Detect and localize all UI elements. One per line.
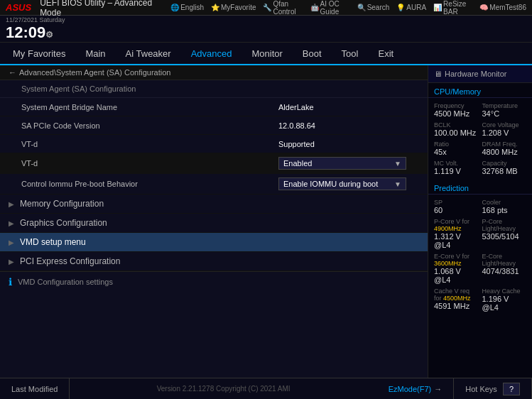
breadcrumb: ← Advanced\System Agent (SA) Configurati… bbox=[0, 65, 428, 80]
expand-vmd-label: VMD setup menu bbox=[20, 237, 86, 247]
hw-cpu-memory-grid: Frequency 4500 MHz Temperature 34°C BCLK… bbox=[428, 98, 532, 180]
config-row-pcie-version: SA PCIe Code Version 12.0.88.64 bbox=[0, 116, 428, 135]
hw-cooler-cell: Cooler 168 pts bbox=[481, 197, 528, 216]
nav-tool[interactable]: Tool bbox=[332, 43, 369, 65]
expand-arrow-icon: ▶ bbox=[9, 258, 14, 266]
time-display: 12:09⚙ bbox=[6, 23, 65, 42]
datetime: 11/27/2021 Saturday 12:09⚙ bbox=[6, 16, 65, 42]
info-text: VMD Configuration settings bbox=[18, 278, 113, 286]
expand-pci-label: PCI Express Configuration bbox=[20, 256, 120, 266]
status-bar: Last Modified Version 2.21.1278 Copyrigh… bbox=[0, 378, 532, 399]
hw-temperature-cell: Temperature 34°C bbox=[481, 101, 528, 119]
hw-core-voltage-cell: Core Voltage 1.208 V bbox=[481, 120, 528, 138]
main-panel: ← Advanced\System Agent (SA) Configurati… bbox=[0, 65, 428, 378]
hw-monitor-panel: 🖥 Hardware Monitor CPU/Memory Frequency … bbox=[428, 65, 532, 378]
vtd-dropdown[interactable]: Enabled ▼ bbox=[278, 157, 406, 170]
nav-my-favorites[interactable]: My Favorites bbox=[3, 43, 75, 65]
info-row: ℹ VMD Configuration settings bbox=[0, 271, 428, 292]
iommu-dropdown[interactable]: Enable IOMMU during boot ▼ bbox=[278, 177, 406, 190]
nav-main[interactable]: Main bbox=[75, 43, 115, 65]
iommu-dropdown-arrow-icon: ▼ bbox=[394, 180, 401, 188]
aioc-icon[interactable]: 🤖 AI OC Guide bbox=[310, 0, 350, 16]
app-title: UEFI BIOS Utility – Advanced Mode bbox=[40, 0, 165, 18]
search-icon[interactable]: 🔍 Search bbox=[357, 4, 390, 11]
expand-arrow-icon: ▶ bbox=[9, 219, 14, 227]
vtd-dropdown-value: Enabled bbox=[283, 159, 312, 168]
ezmode-button[interactable]: EzMode(F7) → bbox=[377, 378, 455, 399]
aura-icon[interactable]: 💡 AURA bbox=[396, 4, 426, 11]
config-row-bridge-name: System Agent Bridge Name AlderLake bbox=[0, 98, 428, 116]
hw-prediction-grid: SP 60 Cooler 168 pts P-Core V for4900MHz… bbox=[428, 195, 532, 316]
copyright-text: Version 2.21.1278 Copyright (C) 2021 AMI bbox=[70, 385, 376, 393]
vtd-label: VT-d bbox=[21, 159, 278, 168]
hw-heavy-cache-cell: Heavy Cache 1.196 V @L4 bbox=[481, 286, 528, 313]
date-display: 11/27/2021 Saturday bbox=[6, 16, 65, 23]
config-row-iommu: Control Iommu Pre-boot Behavior Enable I… bbox=[0, 174, 428, 195]
monitor-icon: 🖥 bbox=[434, 70, 442, 78]
english-icon[interactable]: 🌐 English bbox=[170, 4, 204, 11]
hw-bclk-cell: BCLK 100.00 MHz bbox=[433, 120, 480, 138]
iommu-dropdown-value: Enable IOMMU during boot bbox=[283, 180, 378, 188]
top-bar: ASUS UEFI BIOS Utility – Advanced Mode 🌐… bbox=[0, 0, 532, 16]
content-area: ← Advanced\System Agent (SA) Configurati… bbox=[0, 65, 532, 378]
pcie-version-label: SA PCIe Code Version bbox=[21, 121, 278, 130]
hw-monitor-title: 🖥 Hardware Monitor bbox=[428, 65, 532, 83]
bridge-name-value: AlderLake bbox=[278, 103, 406, 111]
hotkeys-key: ? bbox=[503, 383, 520, 395]
hw-pcore-lh-cell: P-Core Light/Heavy 5305/5104 bbox=[481, 217, 528, 251]
hw-ecore-lh-cell: E-Core Light/Heavy 4074/3831 bbox=[481, 251, 528, 285]
ezmode-label: EzMode(F7) bbox=[389, 385, 432, 393]
nav-exit[interactable]: Exit bbox=[368, 43, 403, 65]
nav-ai-tweaker[interactable]: Ai Tweaker bbox=[116, 43, 181, 65]
memtest-icon[interactable]: 🧠 MemTest86 bbox=[479, 4, 526, 11]
nav-monitor[interactable]: Monitor bbox=[242, 43, 293, 65]
expand-arrow-icon: ▶ bbox=[9, 200, 14, 208]
main-nav: My Favorites Main Ai Tweaker Advanced Mo… bbox=[0, 43, 532, 65]
breadcrumb-path: Advanced\System Agent (SA) Configuration bbox=[19, 68, 170, 77]
hotkeys-label: Hot Keys bbox=[465, 385, 497, 393]
hw-prediction-title: Prediction bbox=[428, 180, 532, 195]
hw-cache-v-cell: Cache V reqfor 4500MHz 4591 MHz bbox=[433, 286, 480, 313]
hw-mc-volt-cell: MC Volt. 1.119 V bbox=[433, 158, 480, 177]
breadcrumb-arrow-icon: ← bbox=[9, 68, 16, 77]
config-row-vtd: VT-d Enabled ▼ bbox=[0, 153, 428, 174]
hw-capacity-cell: Capacity 32768 MB bbox=[481, 158, 528, 177]
last-modified-button[interactable]: Last Modified bbox=[0, 378, 70, 399]
nav-advanced[interactable]: Advanced bbox=[181, 43, 242, 65]
top-icons: 🌐 English ⭐ MyFavorite 🔧 Qfan Control 🤖 … bbox=[170, 0, 526, 16]
vtd-supported-label: VT-d bbox=[21, 140, 278, 148]
iommu-label: Control Iommu Pre-boot Behavior bbox=[21, 180, 278, 188]
datetime-bar: 11/27/2021 Saturday 12:09⚙ bbox=[0, 16, 532, 43]
expand-pci-express[interactable]: ▶ PCI Express Configuration bbox=[0, 252, 428, 271]
hotkeys-button[interactable]: Hot Keys ? bbox=[454, 378, 532, 399]
config-section-header: System Agent (SA) Configuration bbox=[0, 80, 428, 98]
myfavorite-icon[interactable]: ⭐ MyFavorite bbox=[211, 4, 256, 11]
nav-boot[interactable]: Boot bbox=[293, 43, 332, 65]
expand-memory-config[interactable]: ▶ Memory Configuration bbox=[0, 195, 428, 214]
expand-graphics-label: Graphics Configuration bbox=[20, 218, 107, 228]
hw-dram-freq-cell: DRAM Freq. 4800 MHz bbox=[481, 139, 528, 158]
ezmode-arrow-icon: → bbox=[434, 385, 442, 393]
resizebar-icon[interactable]: 📊 ReSize BAR bbox=[433, 0, 472, 16]
bridge-name-label: System Agent Bridge Name bbox=[21, 103, 278, 111]
expand-memory-label: Memory Configuration bbox=[20, 199, 104, 209]
pcie-version-value: 12.0.88.64 bbox=[278, 121, 406, 130]
expand-vmd-setup[interactable]: ▶ VMD setup menu bbox=[0, 233, 428, 252]
vtd-dropdown-arrow-icon: ▼ bbox=[394, 160, 401, 168]
expand-graphics-config[interactable]: ▶ Graphics Configuration bbox=[0, 214, 428, 233]
hw-sp-cell: SP 60 bbox=[433, 197, 480, 216]
info-icon: ℹ bbox=[9, 276, 12, 288]
hw-pcore-v-cell: P-Core V for4900MHz 1.312 V @L4 bbox=[433, 217, 480, 251]
hw-ratio-cell: Ratio 45x bbox=[433, 139, 480, 158]
qfan-icon[interactable]: 🔧 Qfan Control bbox=[263, 0, 303, 16]
vtd-supported-value: Supported bbox=[278, 140, 406, 148]
hw-ecore-v-cell: E-Core V for3600MHz 1.068 V @L4 bbox=[433, 251, 480, 285]
expand-arrow-icon: ▶ bbox=[9, 239, 14, 246]
config-row-vtd-supported: VT-d Supported bbox=[0, 135, 428, 153]
hw-frequency-cell: Frequency 4500 MHz bbox=[433, 101, 480, 119]
hw-cpu-memory-title: CPU/Memory bbox=[428, 83, 532, 98]
asus-logo: ASUS bbox=[6, 2, 31, 13]
